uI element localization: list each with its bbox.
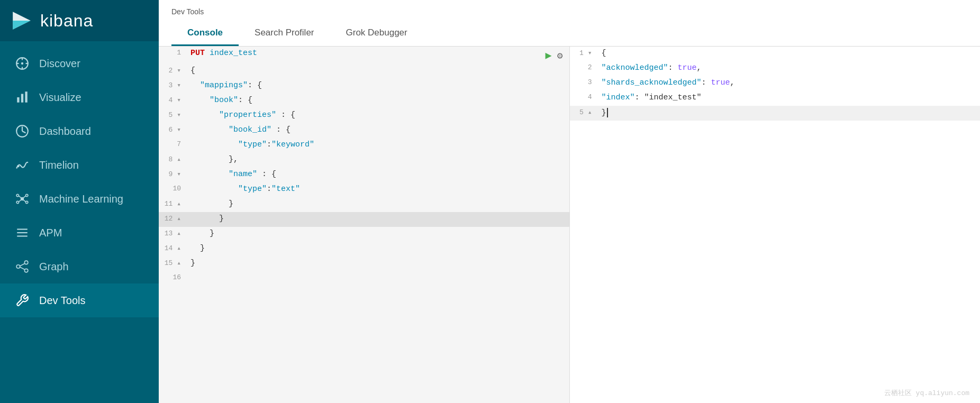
editor-line-16: 16: [159, 271, 569, 286]
editor-line-2: 2 ▾ {: [159, 64, 569, 79]
editor-line-3: 3 ▾ "mappings": {: [159, 79, 569, 94]
editor-line-5: 5 ▾ "properties" : {: [159, 108, 569, 123]
line-number-8: 8 ▴: [159, 153, 186, 166]
output-line-content-5: }: [597, 106, 981, 120]
ml-icon: [15, 191, 30, 206]
line-content-15: }: [186, 257, 569, 270]
kibana-logo-icon: [11, 10, 33, 32]
graph-icon: [15, 259, 30, 274]
main-header: Dev Tools Console Search Profiler Grok D…: [159, 0, 980, 47]
line-number-1: 1: [159, 47, 186, 59]
line-content-12: }: [186, 212, 569, 225]
sidebar-item-discover[interactable]: Discover: [0, 47, 159, 80]
sidebar-item-devtools[interactable]: Dev Tools: [0, 283, 159, 317]
output-line-number-4: 4: [570, 91, 597, 103]
output-line-content-1: {: [597, 47, 981, 60]
line-content-5: "properties" : {: [186, 108, 569, 122]
editor-line-4: 4 ▾ "book": {: [159, 94, 569, 108]
timelion-icon: [15, 158, 30, 172]
editor-line-7: 7 "type":"keyword": [159, 138, 569, 153]
line-content-10: "type":"text": [186, 182, 569, 196]
line-number-5: 5 ▾: [159, 108, 186, 121]
wrench-icon: [15, 293, 30, 308]
line-content-6: "book_id" : {: [186, 123, 569, 136]
editor-pane[interactable]: 1 PUT index_test ▶ ⚙ 2 ▾ { 3 ▾ "mappings…: [159, 47, 569, 403]
sidebar-item-dashboard-label: Dashboard: [39, 125, 91, 138]
svg-point-25: [16, 265, 20, 269]
editor-line-13: 13 ▴ }: [159, 227, 569, 242]
line-1-actions: ▶ ⚙: [539, 47, 569, 64]
sidebar-item-devtools-label: Dev Tools: [39, 295, 85, 307]
sidebar-item-graph[interactable]: Graph: [0, 250, 159, 283]
line-number-15: 15 ▴: [159, 257, 186, 269]
line-number-7: 7: [159, 138, 186, 150]
editor-line-6: 6 ▾ "book_id" : {: [159, 123, 569, 138]
editor-area: 1 PUT index_test ▶ ⚙ 2 ▾ { 3 ▾ "mappings…: [159, 47, 980, 403]
output-line-3: 3 "shards_acknowledged": true,: [570, 76, 981, 91]
sidebar-item-ml-label: Machine Learning: [39, 193, 123, 205]
sidebar-item-ml[interactable]: Machine Learning: [0, 182, 159, 216]
output-line-content-4: "index": "index_test": [597, 91, 981, 104]
svg-rect-10: [25, 91, 27, 103]
line-content-14: }: [186, 242, 569, 255]
svg-point-17: [26, 201, 28, 203]
logo-area: kibana: [0, 0, 159, 41]
svg-line-28: [20, 264, 25, 266]
line-content-11: }: [186, 197, 569, 210]
output-line-4: 4 "index": "index_test": [570, 91, 981, 106]
tab-console[interactable]: Console: [171, 21, 239, 46]
sidebar-item-dashboard[interactable]: Dashboard: [0, 114, 159, 148]
sidebar-item-apm[interactable]: APM: [0, 216, 159, 250]
settings-button[interactable]: ⚙: [557, 50, 563, 61]
sidebar-item-apm-label: APM: [39, 227, 62, 239]
output-line-1: 1 ▾ {: [570, 47, 981, 61]
sidebar-item-discover-label: Discover: [39, 58, 80, 70]
line-content-4: "book": {: [186, 94, 569, 107]
svg-rect-8: [17, 97, 19, 103]
sidebar-item-visualize-label: Visualize: [39, 91, 81, 104]
sidebar-item-timelion[interactable]: Timelion: [0, 148, 159, 182]
run-button[interactable]: ▶: [546, 49, 552, 62]
sidebar-item-graph-label: Graph: [39, 261, 69, 273]
svg-point-14: [16, 194, 19, 196]
line-content-8: },: [186, 153, 569, 166]
watermark: 云栖社区 yq.aliyun.com: [884, 388, 969, 398]
output-line-content-3: "shards_acknowledged": true,: [597, 76, 981, 89]
line-number-14: 14 ▴: [159, 242, 186, 254]
output-line-number-3: 3: [570, 76, 597, 88]
output-line-content-2: "acknowledged": true,: [597, 61, 981, 75]
line-content-3: "mappings": {: [186, 79, 569, 92]
line-number-3: 3 ▾: [159, 79, 186, 91]
svg-line-21: [23, 200, 25, 202]
svg-point-15: [26, 194, 28, 196]
dashboard-icon: [15, 124, 30, 139]
page-title: Dev Tools: [171, 7, 967, 16]
editor-line-9: 9 ▾ "name" : {: [159, 168, 569, 182]
sidebar: kibana Discover Visualize Dashboard Ti: [0, 0, 159, 403]
editor-line-12: 12 ▴ }: [159, 212, 569, 227]
line-number-9: 9 ▾: [159, 168, 186, 180]
output-line-2: 2 "acknowledged": true,: [570, 61, 981, 76]
line-number-2: 2 ▾: [159, 64, 186, 77]
line-number-12: 12 ▴: [159, 212, 186, 225]
tab-bar: Console Search Profiler Grok Debugger: [171, 21, 967, 46]
editor-line-11: 11 ▴ }: [159, 197, 569, 212]
editor-line-14: 14 ▴ }: [159, 242, 569, 257]
svg-point-12: [17, 165, 19, 167]
svg-point-27: [24, 269, 28, 272]
svg-line-19: [23, 196, 25, 198]
line-content-7: "type":"keyword": [186, 138, 569, 151]
editor-line-15: 15 ▴ }: [159, 257, 569, 271]
sidebar-nav: Discover Visualize Dashboard Timelion Ma: [0, 41, 159, 403]
sidebar-item-visualize[interactable]: Visualize: [0, 80, 159, 114]
tab-grok-debugger[interactable]: Grok Debugger: [330, 21, 423, 46]
svg-point-26: [24, 261, 28, 264]
line-content-16: [186, 271, 569, 276]
line-number-11: 11 ▴: [159, 197, 186, 210]
output-pane: 1 ▾ { 2 "acknowledged": true, 3 "shards_…: [569, 47, 981, 403]
tab-search-profiler[interactable]: Search Profiler: [239, 21, 330, 46]
line-number-6: 6 ▾: [159, 123, 186, 136]
line-number-13: 13 ▴: [159, 227, 186, 240]
bar-chart-icon: [15, 90, 30, 105]
output-line-number-2: 2: [570, 61, 597, 74]
